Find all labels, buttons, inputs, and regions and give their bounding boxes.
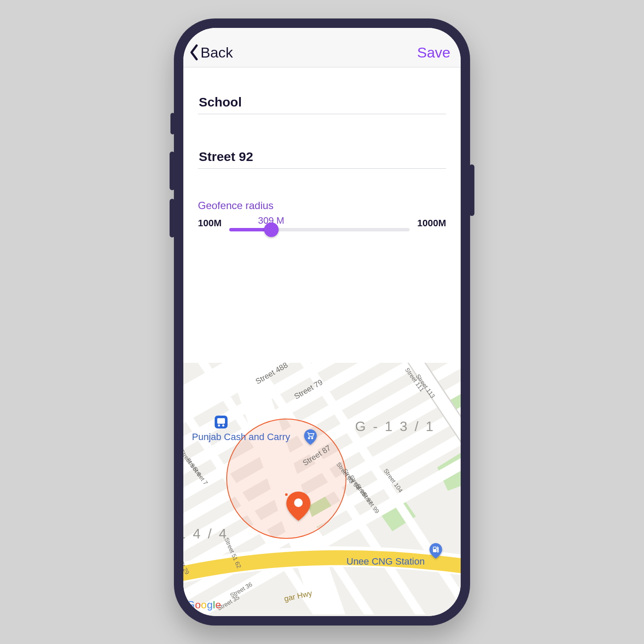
name-field — [198, 91, 446, 114]
mute-switch[interactable] — [170, 113, 175, 134]
name-input[interactable] — [198, 91, 446, 114]
radius-min-label: 100M — [198, 218, 222, 229]
shop-poi-icon[interactable] — [303, 429, 318, 445]
phone-frame: Back Save Geofence radius 100M 309 M — [174, 18, 470, 626]
area-label-g13: G - 1 3 / 1 — [355, 419, 435, 434]
address-field — [198, 145, 446, 169]
geofence-form: Geofence radius 100M 309 M 1000M — [183, 67, 461, 231]
gas-poi-icon[interactable] — [428, 543, 444, 559]
svg-point-23 — [294, 498, 303, 507]
pin-icon — [286, 492, 310, 521]
bus-stop-icon[interactable] — [213, 414, 229, 430]
screen: Back Save Geofence radius 100M 309 M — [183, 28, 461, 616]
poi-label-punjab[interactable]: Punjab Cash and Carry — [192, 431, 290, 443]
poi-label-unee[interactable]: Unee CNG Station — [346, 556, 425, 567]
save-label: Save — [417, 44, 451, 61]
svg-point-26 — [218, 425, 220, 427]
radius-section: Geofence radius 100M 309 M 1000M — [198, 200, 446, 231]
slider-thumb[interactable] — [264, 222, 279, 237]
svg-rect-31 — [434, 547, 436, 549]
navigation-bar: Back Save — [183, 28, 461, 67]
area-label-g14: - 1 4 / 4 — [183, 526, 228, 542]
svg-point-27 — [222, 425, 225, 427]
pin-shadow-dot — [285, 493, 288, 496]
radius-title: Geofence radius — [198, 200, 446, 212]
svg-rect-25 — [217, 418, 225, 424]
back-button[interactable]: Back — [188, 44, 233, 61]
power-button[interactable] — [469, 164, 474, 216]
svg-point-28 — [308, 437, 310, 439]
google-attribution: Google — [187, 599, 221, 611]
address-input[interactable] — [198, 145, 446, 169]
volume-up-button[interactable] — [170, 152, 175, 190]
radius-slider-row: 100M 309 M 1000M — [198, 215, 446, 231]
back-label: Back — [200, 44, 233, 61]
svg-point-29 — [311, 437, 313, 439]
chevron-left-icon — [188, 44, 200, 61]
volume-down-button[interactable] — [170, 199, 175, 237]
save-button[interactable]: Save — [417, 44, 451, 61]
map-view[interactable]: G - 1 3 / 1 - 1 4 / 4 Punjab Cash and Ca… — [183, 363, 461, 616]
radius-slider[interactable]: 309 M — [229, 215, 410, 231]
slider-track — [229, 228, 410, 231]
radius-max-label: 1000M — [417, 218, 446, 229]
